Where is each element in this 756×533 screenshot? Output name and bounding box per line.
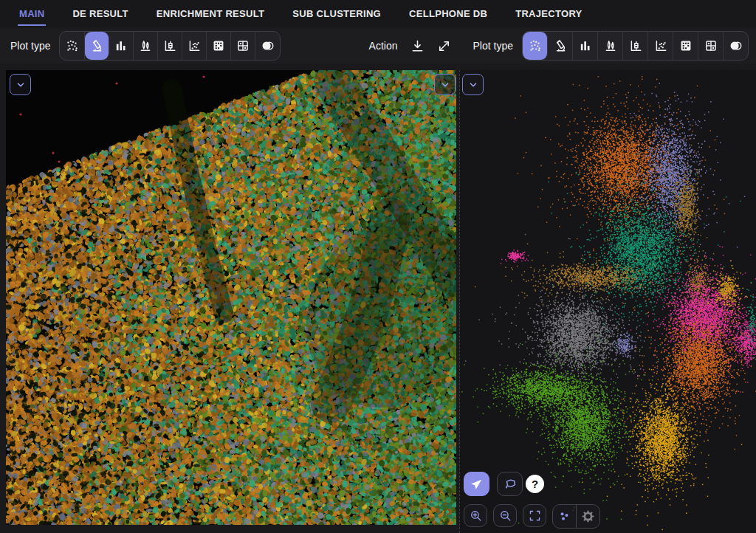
microscope-icon (554, 39, 567, 52)
venn-overlap-icon (261, 39, 275, 52)
tab-enrichment-result[interactable]: ENRICHMENT RESULT (155, 1, 266, 26)
plot-type-box-plot-button[interactable] (623, 32, 648, 60)
heatmap-icon (679, 39, 693, 52)
tab-de-result[interactable]: DE RESULT (71, 1, 129, 26)
plot-type-venn-overlap-button[interactable] (255, 32, 279, 60)
plot-type-venn-overlap-button[interactable] (724, 32, 748, 60)
bar-chart-icon (579, 39, 592, 52)
app-root: MAINDE RESULTENRICHMENT RESULTSUB CLUSTE… (0, 0, 756, 533)
spatial-tissue-canvas[interactable] (6, 70, 456, 525)
embedding-panel[interactable]: ? (459, 70, 756, 533)
plot-type-bar-chart-button[interactable] (109, 32, 134, 60)
plot-type-scatter-axis-button[interactable] (648, 32, 673, 60)
box-plot-icon (163, 39, 176, 52)
bar-chart-icon (114, 39, 128, 52)
scatter-axis-icon (188, 39, 201, 52)
plot-type-group-left (59, 31, 280, 61)
plot-type-microscope-button[interactable] (85, 32, 109, 60)
zoom-out-button[interactable] (493, 504, 517, 527)
plot-type-scatter-plot-button[interactable] (60, 32, 84, 60)
violin-plot-icon (139, 39, 152, 52)
collapse-button-right-panel[interactable] (462, 74, 484, 95)
plot-type-violin-plot-button[interactable] (598, 32, 623, 60)
plot-type-scatter-plot-button[interactable] (523, 32, 548, 60)
umap-scatter-canvas[interactable] (460, 70, 756, 533)
grid-multi-icon (236, 39, 250, 52)
content-area: ? (0, 63, 756, 533)
plot-type-scatter-axis-button[interactable] (182, 32, 207, 60)
tab-cellphone-db[interactable]: CELLPHONE DB (408, 1, 489, 26)
box-plot-icon (629, 39, 642, 52)
violin-plot-icon (604, 39, 617, 52)
download-button[interactable] (407, 35, 429, 57)
tab-trajectory[interactable]: TRAJECTORY (514, 1, 583, 26)
tab-main[interactable]: MAIN (18, 1, 46, 26)
collapse-button-left-panel-right[interactable] (434, 74, 456, 95)
microscope-icon (90, 39, 103, 52)
collapse-button-left-panel[interactable] (10, 74, 31, 95)
action-label: Action (369, 40, 398, 52)
plot-type-bar-chart-button[interactable] (573, 32, 598, 60)
plot-type-grid-multi-button[interactable] (231, 32, 255, 60)
fullscreen-button[interactable] (523, 504, 546, 527)
plot-type-heatmap-button[interactable] (673, 32, 698, 60)
settings-gear-button[interactable] (576, 505, 599, 528)
main-toolbar: Plot type Action Plot type (0, 28, 756, 63)
pan-tool-button[interactable] (464, 472, 489, 496)
scatter-plot-icon (529, 39, 542, 52)
plot-type-group-right (522, 31, 749, 61)
plot-type-heatmap-button[interactable] (207, 32, 231, 60)
help-button[interactable]: ? (526, 475, 544, 493)
lasso-tool-button[interactable] (497, 472, 523, 496)
scatter-axis-icon (654, 39, 667, 52)
plot-type-label-left: Plot type (10, 40, 50, 52)
cluster-color-button[interactable] (553, 505, 576, 528)
grid-multi-icon (704, 39, 718, 52)
zoom-in-button[interactable] (464, 504, 487, 527)
top-tab-bar: MAINDE RESULTENRICHMENT RESULTSUB CLUSTE… (0, 0, 756, 27)
scatter-plot-icon (66, 39, 79, 52)
expand-button[interactable] (433, 35, 456, 57)
spatial-image-panel[interactable] (6, 70, 456, 525)
plot-type-label-right: Plot type (473, 40, 513, 52)
plot-type-grid-multi-button[interactable] (698, 32, 724, 60)
heatmap-icon (212, 39, 225, 52)
plot-type-box-plot-button[interactable] (158, 32, 182, 60)
plot-type-violin-plot-button[interactable] (134, 32, 158, 60)
tab-sub-clustering[interactable]: SUB CLUSTERING (291, 1, 382, 26)
venn-overlap-icon (729, 39, 743, 52)
plot-type-microscope-button[interactable] (548, 32, 573, 60)
